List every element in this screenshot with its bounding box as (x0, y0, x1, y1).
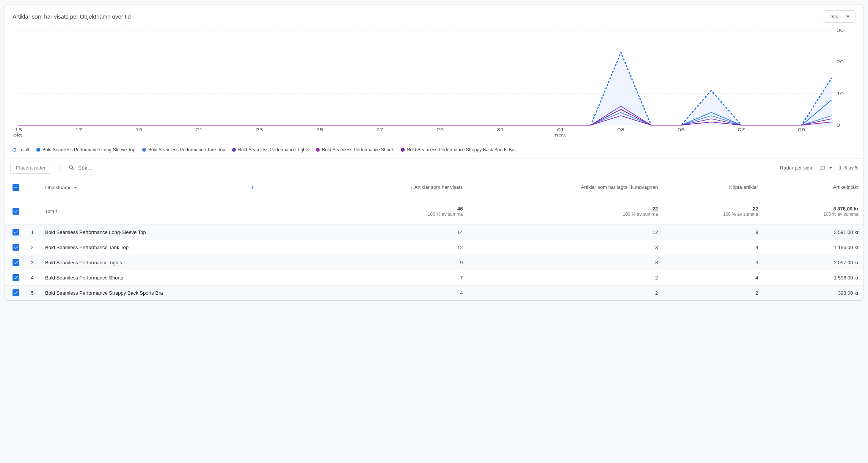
legend-label: Bold Seamless Performance Shorts (322, 147, 394, 152)
granularity-value: Dag (829, 14, 838, 19)
svg-text:21: 21 (196, 127, 203, 132)
svg-text:03: 03 (617, 127, 625, 132)
row-checkbox[interactable] (13, 274, 19, 281)
chart-title: Artiklar som har visats per Objektnamn ö… (13, 13, 131, 20)
table-row[interactable]: 2Bold Seamless Performance Tank Top12341… (5, 240, 863, 255)
row-cell: 1 596,00 kr (763, 270, 863, 286)
svg-text:01: 01 (557, 127, 564, 132)
legend-item[interactable]: Bold Seamless Performance Long-Sleeve To… (36, 147, 135, 152)
svg-text:10: 10 (837, 91, 844, 96)
row-index: 4 (24, 270, 41, 286)
row-name: Bold Seamless Performance Long-Sleeve To… (41, 225, 328, 240)
totals-cell: 22100 % av summa (662, 198, 763, 225)
column-header[interactable]: Köpta artiklar (662, 177, 763, 198)
svg-text:19: 19 (135, 127, 143, 132)
legend-item[interactable]: Bold Seamless Performance Tights (232, 147, 309, 152)
totals-cell: 46100 % av summa (328, 198, 468, 225)
legend-swatch-icon (316, 148, 320, 152)
totals-cell: 22100 % av summa (467, 198, 662, 225)
row-checkbox[interactable] (13, 259, 19, 266)
row-cell: 7 (328, 270, 468, 286)
row-cell: 4 (662, 270, 763, 286)
row-checkbox[interactable] (13, 208, 19, 215)
sort-desc-icon: ↓ (411, 185, 413, 190)
legend-item[interactable]: Bold Seamless Performance Strappy Back S… (401, 147, 516, 152)
dimension-header[interactable]: Objektnamn (45, 185, 72, 190)
row-cell: 2 (467, 286, 662, 301)
svg-text:0: 0 (837, 123, 840, 127)
chevron-down-icon (74, 187, 77, 188)
row-cell: 9 (328, 255, 468, 270)
svg-text:09: 09 (798, 127, 805, 132)
svg-text:23: 23 (256, 127, 263, 132)
granularity-select[interactable]: Dag (824, 10, 855, 23)
row-checkbox[interactable] (13, 289, 19, 296)
row-index: 1 (24, 225, 41, 240)
legend-swatch-icon (13, 148, 16, 152)
row-index: 2 (24, 240, 41, 255)
chevron-down-icon (846, 16, 850, 17)
svg-text:17: 17 (75, 127, 82, 132)
row-cell: 12 (467, 225, 662, 240)
row-name: Bold Seamless Performance Shorts (41, 270, 328, 286)
legend-swatch-icon (142, 148, 146, 152)
legend-item[interactable]: Bold Seamless Performance Tank Top (142, 147, 225, 152)
legend-item[interactable]: Bold Seamless Performance Shorts (316, 147, 394, 152)
legend-label: Bold Seamless Performance Strappy Back S… (407, 147, 516, 152)
column-header[interactable]: Artiklar som har lagts i kundvagnen (467, 177, 662, 198)
row-index: 3 (24, 255, 41, 270)
table-row[interactable]: 3Bold Seamless Performance Tights9332 09… (5, 255, 863, 270)
line-chart[interactable]: 010203015okt.171921232527293101nov.03050… (13, 27, 855, 140)
svg-text:25: 25 (316, 127, 323, 132)
svg-text:29: 29 (436, 127, 444, 132)
svg-text:nov.: nov. (555, 133, 567, 137)
row-cell: 12 (328, 240, 468, 255)
row-cell: 2 097,00 kr (763, 255, 863, 270)
table-row[interactable]: 5Bold Seamless Performance Strappy Back … (5, 286, 863, 301)
select-all-checkbox[interactable] (13, 184, 19, 191)
chevron-down-icon (829, 167, 833, 169)
legend-swatch-icon (36, 148, 40, 152)
row-cell: 2 (662, 286, 763, 301)
rows-per-page-select[interactable]: 10 (820, 165, 833, 171)
row-name: Bold Seamless Performance Tights (41, 255, 328, 270)
svg-text:31: 31 (497, 127, 504, 132)
svg-text:20: 20 (837, 60, 844, 64)
pagination-range: 1–5 av 5 (839, 165, 858, 171)
row-cell: 3 (662, 255, 763, 270)
svg-text:27: 27 (376, 127, 383, 132)
legend-label: Bold Seamless Performance Long-Sleeve To… (42, 147, 135, 152)
row-cell: 3 (467, 255, 662, 270)
table-row[interactable]: 4Bold Seamless Performance Shorts7241 59… (5, 270, 863, 286)
legend-label: Bold Seamless Performance Tank Top (148, 147, 225, 152)
rows-per-page-label: Rader per sida: (780, 165, 814, 171)
svg-text:30: 30 (837, 28, 844, 33)
table-row[interactable]: 1Bold Seamless Performance Long-Sleeve T… (5, 225, 863, 240)
add-dimension-button[interactable]: + (250, 183, 254, 191)
search-icon (68, 165, 75, 171)
legend-label: Totalt (19, 147, 30, 152)
search-input[interactable] (78, 165, 780, 171)
rows-per-page-value: 10 (820, 165, 825, 171)
row-cell: 3 591,00 kr (763, 225, 863, 240)
column-header[interactable]: ↓Artiklar som har visats (328, 177, 468, 198)
row-cell: 14 (328, 225, 468, 240)
row-cell: 4 (662, 240, 763, 255)
column-header[interactable]: Artikelintäkt (763, 177, 863, 198)
row-checkbox[interactable] (13, 244, 19, 251)
row-index: 5 (24, 286, 41, 301)
row-cell: 2 (467, 270, 662, 286)
row-cell: 4 (328, 286, 468, 301)
row-name: Bold Seamless Performance Strappy Back S… (41, 286, 328, 301)
chart-legend: TotaltBold Seamless Performance Long-Sle… (5, 144, 863, 159)
legend-label: Bold Seamless Performance Tights (238, 147, 309, 152)
totals-label: Totalt (41, 198, 328, 225)
svg-text:okt.: okt. (13, 133, 24, 137)
svg-text:05: 05 (678, 127, 685, 132)
legend-item[interactable]: Totalt (13, 147, 30, 152)
row-cell: 1 196,00 kr (763, 240, 863, 255)
place-rows-button[interactable]: Placera rader (10, 162, 51, 174)
row-cell: 3 (467, 240, 662, 255)
row-checkbox[interactable] (13, 229, 19, 235)
row-cell: 398,00 kr (763, 286, 863, 301)
